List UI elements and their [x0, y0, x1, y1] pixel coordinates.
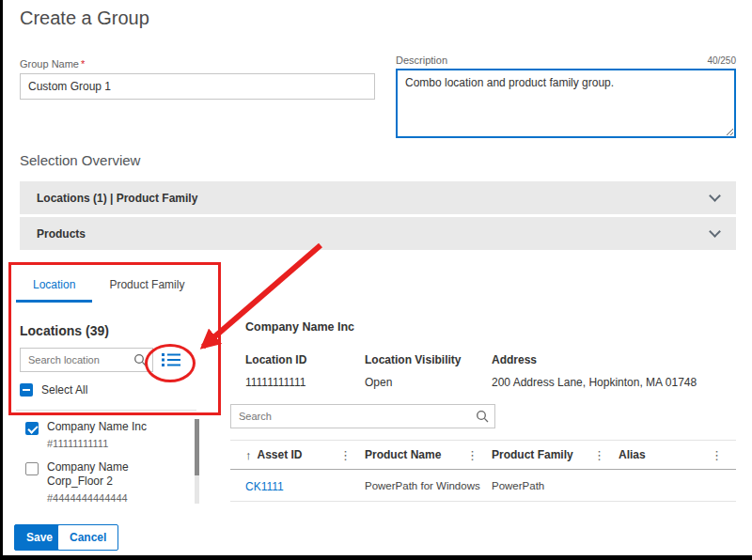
group-name-field: Group Name*	[20, 58, 375, 100]
kebab-menu-icon[interactable]: ⋮	[339, 448, 352, 462]
table-header: ↑ Asset ID ⋮ Product Name ⋮ Product Fami…	[230, 440, 736, 470]
select-all-checkbox[interactable]	[20, 383, 33, 397]
item-checkbox[interactable]	[25, 422, 39, 435]
sort-ascending-icon[interactable]: ↑	[245, 448, 252, 462]
detail-field-address: Address 200 Address Lane, Hopkinton, MA …	[492, 353, 715, 389]
kebab-menu-icon[interactable]: ⋮	[466, 448, 478, 462]
column-label: Alias	[619, 448, 646, 461]
picker-tabs: Location Product Family	[16, 271, 201, 303]
char-counter: 40/250	[707, 55, 736, 66]
detail-label: Location Visibility	[365, 353, 473, 366]
product-family-cell: PowerPath	[492, 480, 619, 491]
search-icon	[133, 353, 147, 366]
detail-label: Location ID	[245, 353, 346, 366]
scrollbar-thumb[interactable]	[195, 419, 199, 475]
location-search	[20, 348, 153, 372]
detail-value: 11111111111	[245, 376, 346, 389]
description-label: Description	[396, 54, 447, 66]
column-header-product-name[interactable]: Product Name ⋮	[365, 448, 492, 462]
column-header-alias[interactable]: Alias ⋮	[619, 448, 736, 462]
column-header-asset-id[interactable]: ↑ Asset ID ⋮	[230, 448, 365, 462]
accordion-products[interactable]: Products	[20, 217, 736, 250]
search-icon	[476, 410, 489, 423]
asset-search	[230, 404, 495, 428]
item-name: Company Name Inc	[47, 420, 177, 435]
tab-product-family[interactable]: Product Family	[92, 271, 201, 303]
create-group-page: Create a Group Group Name* Description 4…	[0, 0, 752, 560]
detail-fields: Location ID 11111111111 Location Visibil…	[245, 353, 715, 389]
asset-search-input[interactable]	[230, 404, 495, 428]
locations-heading: Locations (39)	[20, 323, 109, 338]
required-asterisk: *	[81, 58, 85, 70]
select-all-label: Select All	[41, 383, 87, 397]
accordion-locations[interactable]: Locations (1) | Product Family	[20, 181, 736, 214]
group-name-input[interactable]	[20, 73, 375, 100]
list-view-button[interactable]	[157, 350, 185, 372]
page-title: Create a Group	[20, 8, 149, 29]
column-label: Product Family	[492, 448, 573, 461]
locations-list: Company Name Inc #11111111111 Company Na…	[16, 417, 191, 506]
selection-overview-title: Selection Overview	[20, 152, 140, 168]
description-field: Description 40/250 Combo location and pr…	[396, 54, 736, 142]
kebab-menu-icon[interactable]: ⋮	[711, 448, 723, 462]
table-row: CK1111 PowerPath for Windows PowerPath	[230, 470, 736, 502]
asset-id-link[interactable]: CK1111	[245, 480, 284, 493]
group-name-label-text: Group Name	[20, 58, 79, 70]
item-id: #4444444444444	[47, 492, 177, 504]
column-label: Asset ID	[258, 448, 303, 461]
chevron-down-icon[interactable]	[709, 226, 721, 238]
detail-value: Open	[365, 376, 473, 389]
product-name-cell: PowerPath for Windows	[365, 480, 492, 491]
item-name: Company Name Corp_Floor 2	[47, 460, 177, 490]
accordion-locations-label: Locations (1) | Product Family	[37, 192, 197, 205]
chevron-down-icon[interactable]	[709, 190, 721, 202]
column-label: Product Name	[365, 448, 441, 461]
location-list-item[interactable]: Company Name Corp_Floor 2 #4444444444444	[16, 458, 191, 504]
cancel-button[interactable]: Cancel	[57, 524, 118, 551]
select-all-row[interactable]: Select All	[20, 383, 87, 397]
description-textarea[interactable]: Combo location and product family group.	[396, 69, 736, 138]
list-scrollbar[interactable]	[195, 419, 199, 504]
list-view-icon	[162, 352, 180, 370]
tab-location[interactable]: Location	[16, 271, 92, 303]
column-header-product-family[interactable]: Product Family ⋮	[492, 448, 619, 462]
detail-field-location-visibility: Location Visibility Open	[365, 353, 492, 389]
company-name: Company Name Inc	[245, 320, 354, 334]
list-divider	[16, 410, 196, 411]
group-name-label: Group Name*	[20, 58, 375, 70]
assets-table: ↑ Asset ID ⋮ Product Name ⋮ Product Fami…	[230, 440, 736, 502]
kebab-menu-icon[interactable]: ⋮	[593, 448, 605, 462]
item-checkbox[interactable]	[25, 462, 39, 475]
item-id: #11111111111	[47, 438, 177, 449]
detail-label: Address	[492, 353, 697, 366]
accordion-products-label: Products	[37, 227, 86, 241]
detail-field-location-id: Location ID 11111111111	[245, 353, 365, 389]
location-list-item[interactable]: Company Name Inc #11111111111	[16, 417, 191, 449]
detail-value: 200 Address Lane, Hopkinton, MA 01748	[492, 376, 697, 389]
